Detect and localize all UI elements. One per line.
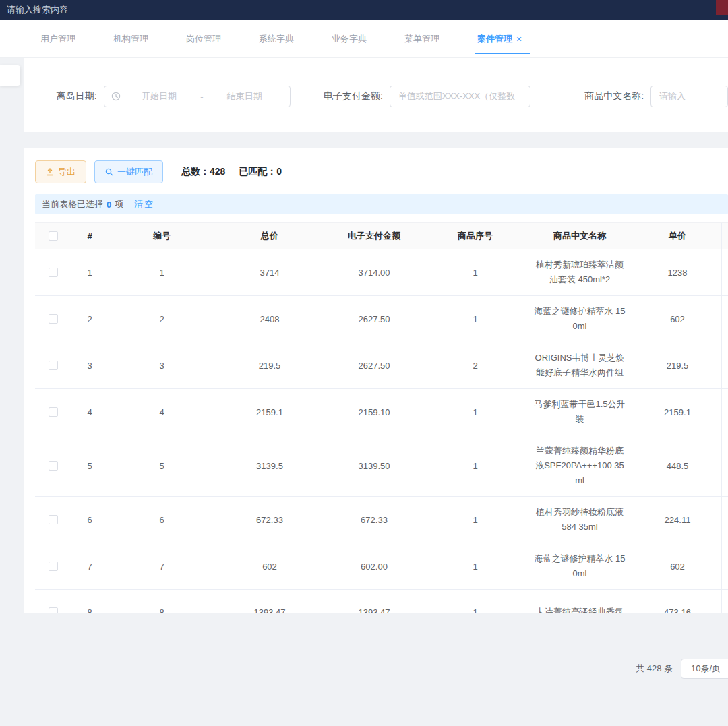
- row-checkbox-cell: [35, 497, 71, 543]
- page-size-select[interactable]: 10条/页: [681, 659, 728, 679]
- header-filler-cell: [721, 223, 728, 249]
- column-header-number: 编号: [108, 223, 216, 249]
- drawer-toggle[interactable]: [0, 65, 20, 86]
- cell-name: 兰蔻菁纯臻颜精华粉底液SPF20PA+++100 35ml: [526, 435, 634, 496]
- matched-count: 已匹配：0: [239, 166, 282, 178]
- filter-row: 离岛日期: 开始日期 - 结束日期 电子支付金额: 单值或范围XXX-XXX（仅…: [24, 86, 728, 107]
- row-filler-cell: [721, 590, 728, 613]
- cell-unit: 602: [634, 296, 721, 342]
- column-header-unit: 单价: [634, 223, 721, 249]
- tab-label: 系统字典: [259, 33, 294, 45]
- matched-count-value: 0: [276, 166, 282, 177]
- data-table: #编号总价电子支付金额商品序号商品中文名称单价 1137143714.001植村…: [35, 222, 728, 613]
- corner-badge: [716, 0, 728, 15]
- amount-input[interactable]: 单值或范围XXX-XXX（仅整数: [390, 86, 530, 107]
- row-checkbox[interactable]: [49, 361, 58, 370]
- cell-serial: 1: [425, 249, 526, 295]
- cell-number: 5: [108, 435, 216, 496]
- column-header-total: 总价: [216, 223, 324, 249]
- cell-epay: 3714.00: [324, 249, 425, 295]
- selection-suffix: 项: [115, 198, 123, 210]
- date-range-picker[interactable]: 开始日期 - 结束日期: [104, 86, 291, 107]
- table-row: 1137143714.001植村秀新琥珀臻萃洁颜油套装 450ml*21238: [35, 249, 728, 296]
- export-button-label: 导出: [58, 166, 75, 178]
- tab-3[interactable]: 岗位管理: [186, 20, 221, 57]
- cell-name: 植村秀新琥珀臻萃洁颜油套装 450ml*2: [526, 249, 634, 295]
- cell-epay: 602.00: [324, 543, 425, 589]
- cell-total: 602: [216, 543, 324, 589]
- table-row: 77602602.001海蓝之谜修护精萃水 150ml602: [35, 543, 728, 590]
- cell-serial: 1: [425, 389, 526, 435]
- tab-5[interactable]: 业务字典: [332, 20, 367, 57]
- row-checkbox[interactable]: [49, 461, 58, 471]
- product-name-filter-label: 商品中文名称:: [583, 90, 650, 102]
- row-checkbox-cell: [35, 249, 71, 295]
- cell-index: 5: [71, 435, 108, 496]
- export-button[interactable]: 导出: [35, 160, 86, 183]
- row-checkbox-cell: [35, 543, 71, 589]
- tab-4[interactable]: 系统字典: [259, 20, 294, 57]
- search-input[interactable]: 请输入搜索内容: [7, 4, 68, 16]
- row-checkbox-cell: [35, 590, 71, 613]
- select-all-checkbox[interactable]: [49, 231, 58, 241]
- column-header-index: #: [71, 223, 108, 249]
- row-checkbox[interactable]: [49, 515, 58, 524]
- row-filler-cell: [721, 249, 728, 295]
- cell-name: 卡诗菁纯亮泽经典香氛: [526, 590, 634, 613]
- clear-selection-link[interactable]: 清空: [134, 198, 154, 210]
- cell-epay: 1393.47: [324, 590, 425, 613]
- cell-unit: 2159.1: [634, 389, 721, 435]
- date-separator: -: [198, 92, 206, 102]
- pagination-total: 共 428 条: [636, 663, 673, 675]
- column-header-name: 商品中文名称: [526, 223, 634, 249]
- row-checkbox[interactable]: [49, 314, 58, 324]
- row-checkbox[interactable]: [49, 407, 58, 417]
- cell-total: 1393.47: [216, 590, 324, 613]
- tab-7[interactable]: 案件管理×: [477, 20, 522, 57]
- cell-unit: 602: [634, 543, 721, 589]
- page: 请输入搜索内容 用户管理机构管理岗位管理系统字典业务字典菜单管理案件管理× 离岛…: [0, 0, 728, 726]
- cell-unit: 224.11: [634, 497, 721, 543]
- row-checkbox-cell: [35, 342, 71, 388]
- column-header-epay: 电子支付金额: [324, 223, 425, 249]
- tab-1[interactable]: 用户管理: [40, 20, 75, 57]
- cell-index: 8: [71, 590, 108, 613]
- cell-number: 1: [108, 249, 216, 295]
- cell-index: 7: [71, 543, 108, 589]
- cell-name: ORIGINS韦博士灵芝焕能好底子精华水两件组: [526, 342, 634, 388]
- tab-close-icon[interactable]: ×: [516, 34, 522, 44]
- product-name-input[interactable]: 请输入: [650, 86, 728, 107]
- row-checkbox-cell: [35, 389, 71, 435]
- row-checkbox[interactable]: [49, 562, 58, 571]
- cell-total: 3139.5: [216, 435, 324, 496]
- date-start-input[interactable]: 开始日期: [121, 90, 198, 102]
- cell-epay: 3139.50: [324, 435, 425, 496]
- match-button[interactable]: 一键匹配: [94, 160, 163, 183]
- cell-unit: 473.16: [634, 590, 721, 613]
- cell-index: 3: [71, 342, 108, 388]
- topbar: 请输入搜索内容: [0, 0, 728, 20]
- filter-panel: 离岛日期: 开始日期 - 结束日期 电子支付金额: 单值或范围XXX-XXX（仅…: [24, 58, 728, 132]
- tab-2[interactable]: 机构管理: [113, 20, 148, 57]
- cell-unit: 219.5: [634, 342, 721, 388]
- tab-6[interactable]: 菜单管理: [404, 20, 439, 57]
- cell-serial: 2: [425, 342, 526, 388]
- date-end-input[interactable]: 结束日期: [206, 90, 284, 102]
- cell-serial: 1: [425, 296, 526, 342]
- selection-count: 0: [107, 200, 111, 210]
- cell-epay: 672.33: [324, 497, 425, 543]
- toolbar: 导出 一键匹配 总数：428 已匹配：0: [35, 160, 728, 183]
- row-filler-cell: [721, 543, 728, 589]
- row-checkbox[interactable]: [49, 268, 58, 277]
- date-filter-label: 离岛日期:: [24, 90, 104, 102]
- row-filler-cell: [721, 497, 728, 543]
- cell-total: 219.5: [216, 342, 324, 388]
- cell-serial: 1: [425, 590, 526, 613]
- table-row: 66672.33672.331植村秀羽纱持妆粉底液 584 35ml224.11: [35, 497, 728, 543]
- pagination: 共 428 条 10条/页: [0, 658, 728, 679]
- column-header-serial: 商品序号: [425, 223, 526, 249]
- row-checkbox[interactable]: [49, 607, 58, 613]
- cell-epay: 2159.10: [324, 389, 425, 435]
- table-row: 442159.12159.101马爹利蓝带干邑1.5公升装2159.1: [35, 389, 728, 435]
- cell-name: 海蓝之谜修护精萃水 150ml: [526, 296, 634, 342]
